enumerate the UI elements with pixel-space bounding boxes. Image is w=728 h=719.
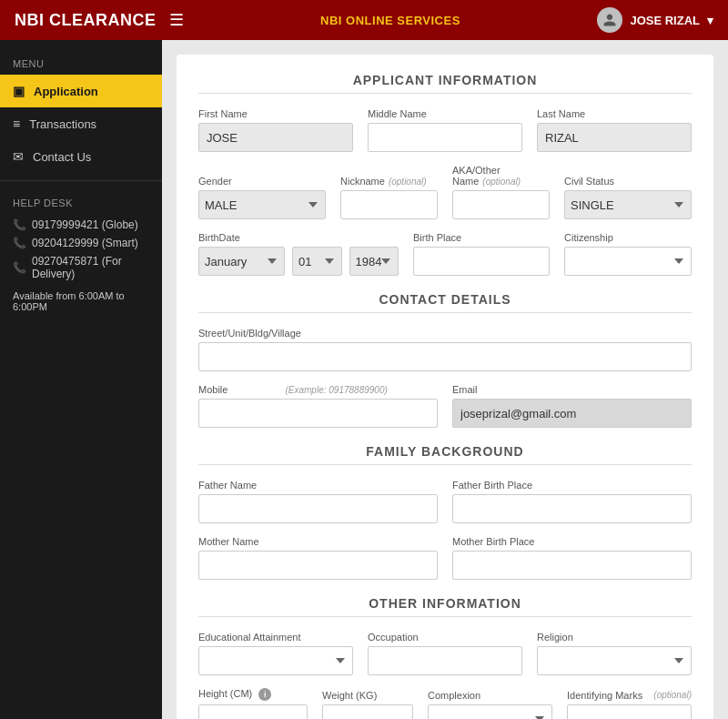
mother-row: Mother Name Mother Birth Place (198, 536, 692, 580)
sidebar-item-transactions[interactable]: ≡ Transactions (0, 107, 162, 140)
user-avatar-icon (597, 7, 622, 33)
occupation-input[interactable] (368, 646, 522, 675)
citizenship-group: Citizenship Filipino (564, 232, 692, 276)
birthdate-row: BirthDate JanuaryFebruaryMarch AprilMayJ… (198, 232, 692, 276)
nickname-label: Nickname(optional) (340, 176, 438, 187)
birth-month-select[interactable]: JanuaryFebruaryMarch AprilMayJune JulyAu… (198, 247, 285, 276)
application-icon: ▣ (13, 84, 25, 98)
complexion-label: Complexion (428, 690, 552, 701)
gender-label: Gender (198, 176, 326, 187)
gender-row: Gender MALE FEMALE Nickname(optional) AK… (198, 165, 692, 219)
father-row: Father Name Father Birth Place (198, 480, 692, 523)
app-title: NBI CLEARANCE (15, 11, 157, 30)
sidebar-item-transactions-label: Transactions (29, 117, 96, 131)
birth-place-group: Birth Place (413, 232, 550, 276)
main-layout: MENU ▣ Application ≡ Transactions ✉ Cont… (0, 40, 728, 719)
gender-select[interactable]: MALE FEMALE (198, 190, 326, 219)
weight-input[interactable] (322, 704, 413, 719)
family-section-title: FAMILY BACKGROUND (198, 444, 692, 465)
family-sep: FAMILY BACKGROUND (198, 444, 692, 465)
other-section-title: OTHER INFORMATION (198, 596, 692, 617)
religion-label: Religion (537, 632, 692, 643)
user-menu[interactable]: JOSE RIZAL ▾ (597, 7, 713, 33)
name-row: First Name Middle Name Last Name (198, 108, 692, 152)
mobile-input[interactable] (198, 399, 438, 428)
first-name-input[interactable] (198, 123, 353, 152)
religion-group: Religion Catholic Protestant Muslim Othe… (537, 632, 692, 675)
birthdate-selects: JanuaryFebruaryMarch AprilMayJune JulyAu… (198, 247, 399, 276)
mother-birth-place-input[interactable] (452, 551, 692, 580)
helpdesk-label: HELP DESK (13, 197, 149, 208)
weight-label: Weight (KG) (322, 690, 413, 701)
mobile-label: Mobile (Example: 09178889900) (198, 384, 438, 395)
aka-input[interactable] (452, 190, 550, 219)
last-name-group: Last Name (537, 108, 692, 152)
mother-name-input[interactable] (198, 551, 438, 580)
father-name-input[interactable] (198, 494, 438, 523)
birthdate-label: BirthDate (198, 232, 399, 243)
birth-year-select[interactable]: 198419831985 (349, 247, 399, 276)
last-name-input[interactable] (537, 123, 692, 152)
birth-day-select[interactable]: 0102030405 0607080910 (292, 247, 342, 276)
middle-name-group: Middle Name (368, 108, 522, 152)
street-group: Street/Unit/Bldg/Village (198, 328, 692, 371)
birth-place-input[interactable] (413, 247, 550, 276)
phone-icon-2: 📞 (13, 237, 26, 249)
street-row: Street/Unit/Bldg/Village (198, 328, 692, 371)
complexion-group: Complexion Fair Morena Dark (428, 690, 552, 719)
contact-icon: ✉ (13, 149, 24, 164)
email-input[interactable] (452, 399, 692, 428)
father-birth-place-input[interactable] (452, 494, 692, 523)
mother-birth-place-group: Mother Birth Place (452, 536, 692, 580)
header-left: NBI CLEARANCE ☰ (15, 10, 184, 30)
form-card: APPLICANT INFORMATION First Name Middle … (177, 55, 713, 719)
birth-place-label: Birth Place (413, 232, 550, 243)
user-dropdown-icon: ▾ (707, 14, 713, 27)
header-center-text: NBI ONLINE SERVICES (320, 14, 460, 27)
email-label: Email (452, 384, 692, 395)
mobile-group: Mobile (Example: 09178889900) (198, 384, 438, 428)
height-input[interactable] (198, 704, 308, 719)
edu-label: Educational Attainment (198, 632, 353, 643)
first-name-label: First Name (198, 108, 353, 119)
citizenship-select[interactable]: Filipino (564, 247, 692, 276)
nickname-group: Nickname(optional) (340, 176, 438, 219)
contact-sep: CONTACT DETAILS (198, 292, 692, 313)
sidebar-item-application[interactable]: ▣ Application (0, 75, 162, 107)
edu-row: Educational Attainment Elementary High S… (198, 632, 692, 675)
middle-name-input[interactable] (368, 123, 522, 152)
civil-status-select[interactable]: SINGLE MARRIED WIDOWED SEPARATED (564, 190, 692, 219)
user-name: JOSE RIZAL (630, 14, 700, 27)
height-row: Height (CM) i Weight (KG) Complexion Fai… (198, 688, 692, 719)
identifying-marks-group: Identifying Marks (optional) (567, 690, 692, 719)
occupation-group: Occupation (368, 632, 522, 675)
sidebar-item-application-label: Application (34, 85, 98, 98)
sidebar: MENU ▣ Application ≡ Transactions ✉ Cont… (0, 40, 162, 719)
other-sep: OTHER INFORMATION (198, 596, 692, 617)
height-info-icon[interactable]: i (258, 688, 271, 701)
mother-birth-place-label: Mother Birth Place (452, 536, 692, 547)
identifying-marks-input[interactable] (567, 704, 692, 719)
mother-name-label: Mother Name (198, 536, 438, 547)
nickname-input[interactable] (340, 190, 438, 219)
identifying-marks-label: Identifying Marks (optional) (567, 690, 692, 701)
street-input[interactable] (198, 342, 692, 371)
menu-icon[interactable]: ☰ (169, 10, 184, 30)
aka-group: AKA/Other Name(optional) (452, 165, 550, 219)
contact-section-title: CONTACT DETAILS (198, 292, 692, 313)
complexion-select[interactable]: Fair Morena Dark (428, 704, 552, 719)
middle-name-label: Middle Name (368, 108, 522, 119)
transactions-icon: ≡ (13, 116, 20, 131)
street-label: Street/Unit/Bldg/Village (198, 328, 692, 339)
father-name-group: Father Name (198, 480, 438, 523)
edu-group: Educational Attainment Elementary High S… (198, 632, 353, 675)
sidebar-item-contact[interactable]: ✉ Contact Us (0, 140, 162, 173)
mobile-email-row: Mobile (Example: 09178889900) Email (198, 384, 692, 428)
religion-select[interactable]: Catholic Protestant Muslim Others (537, 646, 692, 675)
menu-label: MENU (0, 49, 162, 75)
applicant-section-title: APPLICANT INFORMATION (198, 73, 692, 94)
civil-status-label: Civil Status (564, 176, 692, 187)
edu-select[interactable]: Elementary High School College Post Grad… (198, 646, 353, 675)
gender-group: Gender MALE FEMALE (198, 176, 326, 219)
height-group: Height (CM) i (198, 688, 308, 719)
